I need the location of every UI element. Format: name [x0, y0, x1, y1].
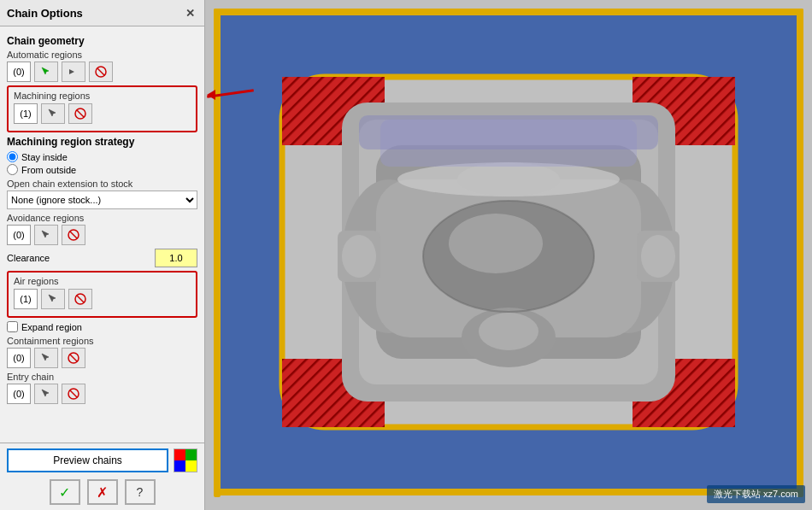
clearance-input[interactable]	[155, 249, 197, 267]
expand-region-checkbox[interactable]	[7, 321, 18, 332]
expand-region-label: Expand region	[21, 322, 82, 332]
close-button[interactable]: ✕	[182, 5, 197, 21]
left-panel: Chain Options ✕ Chain geometry Automatic…	[0, 0, 205, 510]
machining-regions-label: Machining regions	[14, 91, 191, 101]
strategy-section: Stay inside From outside	[7, 151, 197, 175]
machining-count: (1)	[14, 103, 38, 124]
machining-regions-box: Machining regions (1)	[7, 85, 197, 132]
open-chain-select[interactable]: None (ignore stock...)	[7, 191, 197, 209]
air-regions-label: Air regions	[14, 276, 191, 286]
containment-label: Containment regions	[7, 336, 197, 346]
chain-geometry-label: Chain geometry	[7, 35, 197, 47]
color-cell-green	[185, 449, 197, 460]
entry-remove-btn[interactable]	[62, 384, 85, 404]
automatic-count: (0)	[7, 62, 31, 82]
svg-line-11	[70, 390, 77, 397]
svg-line-5	[70, 232, 77, 238]
air-remove-btn[interactable]	[68, 289, 92, 309]
svg-point-38	[449, 214, 543, 273]
strategy-label: Machining region strategy	[7, 136, 197, 148]
svg-rect-25	[214, 9, 803, 15]
containment-count: (0)	[7, 348, 31, 368]
automatic-select-btn[interactable]	[34, 62, 58, 82]
svg-rect-23	[214, 145, 282, 359]
footer-actions: ✓ ✗ ?	[7, 479, 197, 505]
avoidance-select-btn[interactable]	[34, 225, 58, 245]
from-outside-row[interactable]: From outside	[7, 164, 197, 175]
machining-select-btn[interactable]	[41, 103, 65, 124]
stay-inside-row[interactable]: Stay inside	[7, 151, 197, 162]
automatic-remove-btn[interactable]	[89, 62, 113, 82]
title-bar: Chain Options ✕	[0, 0, 204, 26]
entry-chain-label: Entry chain	[7, 372, 197, 382]
stay-inside-label: Stay inside	[21, 152, 68, 162]
dialog-title: Chain Options	[7, 7, 83, 20]
svg-rect-21	[385, 9, 633, 77]
svg-line-9	[70, 355, 77, 361]
svg-point-40	[479, 313, 538, 350]
automatic-regions-row: (0)	[7, 62, 197, 82]
avoidance-row: (0)	[7, 225, 197, 245]
svg-rect-28	[797, 9, 803, 497]
svg-rect-48	[359, 115, 658, 149]
cad-scene	[205, 0, 812, 510]
air-select-btn[interactable]	[41, 289, 65, 309]
clearance-label: Clearance	[7, 253, 150, 263]
avoidance-label: Avoidance regions	[7, 213, 197, 223]
svg-rect-22	[385, 427, 633, 495]
machining-regions-row: (1)	[14, 103, 191, 124]
entry-select-btn[interactable]	[34, 384, 58, 404]
containment-remove-btn[interactable]	[62, 348, 85, 368]
avoidance-count: (0)	[7, 225, 31, 245]
svg-point-45	[641, 235, 675, 278]
footer-top: Preview chains	[7, 448, 197, 472]
from-outside-radio[interactable]	[7, 164, 18, 175]
open-chain-label: Open chain extension to stock	[7, 179, 197, 189]
stay-inside-radio[interactable]	[7, 151, 18, 162]
air-regions-box: Air regions (1)	[7, 271, 197, 318]
help-button[interactable]: ?	[125, 479, 156, 505]
clearance-row: Clearance	[7, 249, 197, 267]
automatic-regions-label: Automatic regions	[7, 50, 197, 60]
color-cell-yellow	[185, 460, 197, 472]
svg-point-41	[457, 162, 560, 196]
machining-remove-btn[interactable]	[68, 103, 92, 124]
panel-footer: Preview chains ✓ ✗ ?	[0, 443, 204, 510]
expand-region-row: Expand region	[7, 321, 197, 332]
svg-rect-24	[735, 145, 803, 359]
preview-chains-button[interactable]: Preview chains	[7, 448, 168, 472]
cad-viewport: 激光下载站 xz7.com	[205, 0, 812, 510]
ok-button[interactable]: ✓	[50, 479, 80, 505]
arrow-head	[207, 90, 215, 100]
avoidance-remove-btn[interactable]	[62, 225, 85, 245]
watermark: 激光下载站 xz7.com	[707, 485, 805, 503]
color-grid-button[interactable]	[174, 448, 197, 472]
svg-rect-27	[214, 9, 221, 497]
cancel-button[interactable]: ✗	[87, 479, 118, 505]
entry-row: (0)	[7, 384, 197, 404]
from-outside-label: From outside	[21, 165, 76, 175]
panel-content: Chain geometry Automatic regions (0) Mac…	[0, 26, 204, 443]
entry-count: (0)	[7, 384, 31, 404]
air-count: (1)	[14, 289, 38, 309]
open-chain-dropdown-row: None (ignore stock...)	[7, 191, 197, 209]
color-cell-blue	[174, 460, 185, 472]
svg-line-3	[77, 110, 84, 117]
containment-select-btn[interactable]	[34, 348, 58, 368]
automatic-arrow-btn[interactable]	[62, 62, 85, 82]
svg-point-43	[342, 235, 376, 278]
svg-line-7	[77, 296, 84, 302]
air-regions-row: (1)	[14, 289, 191, 309]
color-cell-red	[174, 449, 185, 460]
containment-row: (0)	[7, 348, 197, 368]
svg-line-1	[97, 68, 104, 75]
